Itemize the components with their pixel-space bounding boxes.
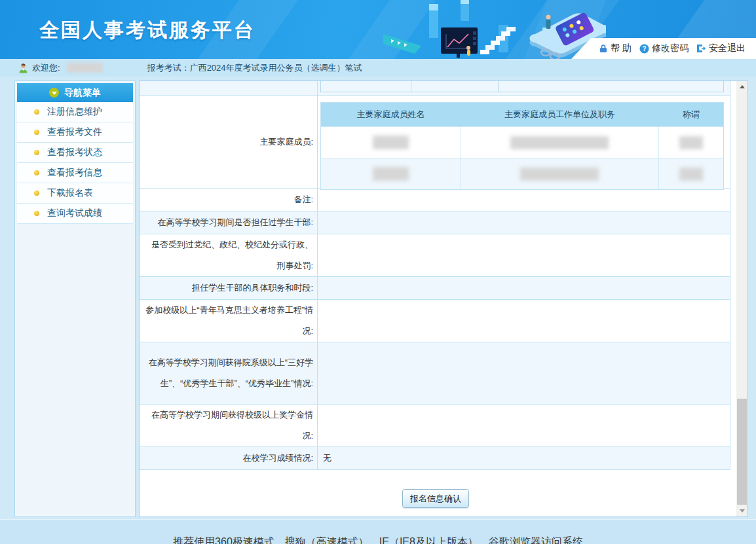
family-table-header: 主要家庭成员姓名 主要家庭成员工作单位及职务 称谓: [321, 103, 723, 126]
row-label: 担任学生干部的具体职务和时段:: [140, 277, 318, 299]
app-header: 全国人事考试服务平台 帮 助 ? 修改密码: [0, 0, 756, 59]
triangle-up-icon: [740, 85, 745, 88]
vertical-scrollbar[interactable]: [736, 81, 747, 517]
row-value: [318, 300, 730, 342]
page-footer: 推荐使用360极速模式、搜狗（高速模式）、IE（IE8及以上版本）、谷歌浏览器访…: [0, 519, 756, 544]
row-value: [318, 405, 730, 446]
bullet-icon: [34, 170, 39, 175]
bullet-icon: [34, 211, 39, 216]
welcome-greeting: 欢迎您:: [32, 62, 60, 74]
sidebar-item-application-info[interactable]: 查看报考信息: [17, 163, 133, 183]
user-icon: [18, 63, 28, 73]
sidebar-item-exam-documents[interactable]: 查看报考文件: [17, 122, 133, 143]
row-label: 备注:: [140, 189, 318, 211]
row-label: 参加校级以上“青年马克思主义者培养工程”情况:: [140, 300, 318, 342]
table-row-cadre-position: 担任学生干部的具体职务和时段:: [140, 277, 730, 300]
nav-sidebar: 导航菜单 注册信息维护 查看报考文件 查看报考状态 查看报考信息 下载报名表 查…: [14, 81, 136, 517]
lock-icon: [599, 44, 608, 53]
redacted-value: [373, 136, 409, 149]
row-value: [318, 189, 730, 211]
table-row-marxism-program: 参加校级以上“青年马克思主义者培养工程”情况:: [140, 300, 730, 342]
chevron-down-icon: [49, 88, 59, 98]
sidebar-item-download-form[interactable]: 下载报名表: [17, 183, 133, 204]
sidebar-item-register-info[interactable]: 注册信息维护: [17, 102, 133, 122]
sidebar-item-application-status[interactable]: 查看报考状态: [17, 143, 133, 163]
confirm-registration-button[interactable]: 报名信息确认: [402, 489, 469, 508]
row-label: 在校学习成绩情况:: [140, 447, 318, 469]
redacted-value: [373, 167, 409, 181]
row-value: 无: [318, 447, 730, 469]
table-row-scholarship: 在高等学校学习期间获得校级以上奖学金情况:: [140, 405, 730, 447]
help-link[interactable]: 帮 助: [599, 43, 632, 54]
main-content-panel: 主要家庭成员: 主要家庭成员姓名 主要家庭成员工作单位及职务 称谓: [139, 81, 748, 517]
table-row-punishment: 是否受到过党纪、政纪、校纪处分或行政、刑事处罚:: [140, 234, 730, 277]
welcome-bar: 欢迎您: 报考考试：广西2024年度考试录用公务员（选调生）笔试: [0, 59, 756, 77]
redacted-username: [67, 63, 103, 73]
change-password-link[interactable]: ? 修改密码: [639, 43, 689, 54]
column-header: 主要家庭成员姓名: [321, 103, 461, 126]
table-row-academic-record: 在校学习成绩情况: 无: [140, 447, 730, 470]
table-row-remarks: 备注:: [140, 189, 730, 211]
row-value: [318, 211, 730, 234]
column-header: 称谓: [659, 103, 723, 126]
table-row-student-cadre: 在高等学校学习期间是否担任过学生干部:: [140, 211, 730, 234]
scroll-down-button[interactable]: [736, 505, 747, 517]
row-label: 主要家庭成员:: [140, 96, 318, 188]
nav-menu-header[interactable]: 导航菜单: [17, 83, 133, 102]
scrollbar-thumb[interactable]: [737, 399, 747, 505]
sidebar-item-exam-results[interactable]: 查询考试成绩: [17, 204, 133, 224]
redacted-value: [679, 136, 703, 149]
scroll-up-button[interactable]: [736, 81, 747, 92]
triangle-down-icon: [740, 509, 745, 513]
table-row-family: 主要家庭成员: 主要家庭成员姓名 主要家庭成员工作单位及职务 称谓: [140, 96, 730, 189]
exam-info: 报考考试：广西2024年度考试录用公务员（选调生）笔试: [147, 62, 362, 74]
exit-icon: [696, 44, 706, 53]
row-label: 在高等学校学习期间是否担任过学生干部:: [140, 211, 318, 234]
row-value: [318, 342, 730, 404]
bullet-icon: [34, 150, 39, 155]
hero-illustration: [383, 0, 606, 59]
row-label: 在高等学校学习期间获得校级以上奖学金情况:: [140, 405, 318, 446]
redacted-value: [520, 168, 599, 181]
bullet-icon: [34, 190, 39, 196]
question-icon: ?: [639, 44, 649, 54]
redacted-value: [679, 168, 703, 181]
bullet-icon: [34, 109, 39, 115]
family-row: [321, 126, 723, 158]
row-label: 在高等学校学习期间获得院系级以上“三好学生”、“优秀学生干部”、“优秀毕业生”情…: [140, 342, 318, 404]
row-label: 是否受到过党纪、政纪、校纪处分或行政、刑事处罚:: [140, 234, 318, 276]
partial-inner-table: [320, 80, 724, 92]
svg-text:?: ?: [642, 45, 646, 52]
application-form-table: 主要家庭成员: 主要家庭成员姓名 主要家庭成员工作单位及职务 称谓: [140, 81, 730, 470]
family-members-table: 主要家庭成员姓名 主要家庭成员工作单位及职务 称谓: [320, 102, 724, 190]
row-value: [318, 234, 730, 276]
table-row-honors: 在高等学校学习期间获得院系级以上“三好学生”、“优秀学生干部”、“优秀毕业生”情…: [140, 342, 730, 405]
page-title: 全国人事考试服务平台: [39, 17, 255, 44]
column-header: 主要家庭成员工作单位及职务: [461, 103, 659, 126]
redacted-value: [510, 136, 609, 149]
page: 全国人事考试服务平台 帮 助 ? 修改密码: [0, 0, 756, 544]
browser-recommendation: 推荐使用360极速模式、搜狗（高速模式）、IE（IE8及以上版本）、谷歌浏览器访…: [0, 535, 756, 544]
row-value: [318, 277, 730, 299]
family-row: [321, 158, 723, 189]
logout-link[interactable]: 安全退出: [696, 43, 746, 54]
quick-links-bar: 帮 助 ? 修改密码 安全退出: [571, 38, 756, 59]
bullet-icon: [34, 130, 39, 135]
table-row-partial: [140, 81, 730, 96]
